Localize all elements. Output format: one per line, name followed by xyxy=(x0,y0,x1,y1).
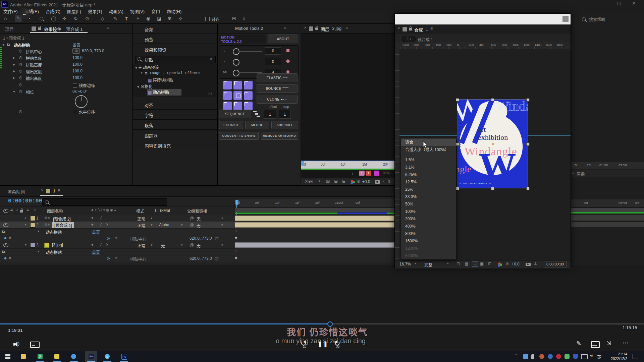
keyframe-nav-next[interactable]: ▶ xyxy=(9,236,12,239)
property-value[interactable]: 620.0, 773.0 xyxy=(190,256,212,261)
thunder-tray-icon[interactable] xyxy=(548,354,553,359)
property-row[interactable]: ◆ ▶ ◷ ≈ 拼贴中心 620.0, 773.0 @ xyxy=(0,255,235,262)
expand-chevron[interactable]: ▸ xyxy=(13,62,15,67)
layer-name-column[interactable]: 图层名称 xyxy=(47,208,63,214)
ease-slider[interactable] xyxy=(233,70,239,76)
menu-help[interactable]: 帮助(H) xyxy=(163,8,185,14)
trkmat-column[interactable]: T TrkMat xyxy=(154,208,170,213)
anchor-cell[interactable] xyxy=(233,102,242,110)
expand-chevron[interactable]: ▸ xyxy=(13,69,15,73)
menu-animation[interactable]: 动画(A) xyxy=(106,8,127,14)
edit-pencil-icon[interactable]: ✎ xyxy=(576,340,581,347)
stopwatch-icon[interactable]: ◷ xyxy=(19,109,22,114)
tray-expand-icon[interactable]: ⌃ xyxy=(515,354,518,358)
zoom-menu-item[interactable]: 6.25% xyxy=(401,171,456,178)
snapshot-camera-icon[interactable] xyxy=(375,180,380,184)
panel-content-aware-fill[interactable]: 内容识别填充 xyxy=(133,140,217,150)
stopwatch-icon[interactable]: ◷ xyxy=(19,49,22,53)
chevron-down-icon[interactable]: ▾ xyxy=(415,262,417,265)
show-snapshot-icon[interactable]: ♟ xyxy=(534,261,537,266)
keyframe-marker[interactable]: ◆ xyxy=(235,236,237,239)
parent-pickwhip-icon[interactable]: @ xyxy=(190,223,194,227)
parent-pickwhip-icon[interactable]: @ xyxy=(190,243,194,247)
wechat-tray-icon[interactable] xyxy=(565,354,570,359)
quality-icon[interactable]: ♣ xyxy=(91,216,94,220)
convert-to-shape-button[interactable]: CONVERT TO SHAPE xyxy=(219,132,259,140)
mode-select[interactable]: 正常 xyxy=(137,223,145,228)
eye-toggle[interactable] xyxy=(3,223,8,227)
best-quality-icon[interactable]: ╱ xyxy=(100,216,102,220)
microphone-tray-icon[interactable] xyxy=(531,354,534,359)
volume-tray-icon[interactable]: ◂) xyxy=(590,353,593,358)
keyframe-marker[interactable]: ◆ xyxy=(235,256,237,259)
effect-name[interactable]: 动态拼贴 xyxy=(46,249,62,255)
render-row[interactable]: ▸ 渲染 xyxy=(571,170,644,177)
time-ruler[interactable]: 0f 05f 10f 15f 20f 01:00f 05f xyxy=(235,199,394,208)
property-value[interactable]: 620.0, 773.0 xyxy=(190,236,212,241)
layer-time-ruler[interactable]: 0f 05f 10f 15f 20f xyxy=(301,161,394,169)
layer-playhead[interactable] xyxy=(301,161,304,166)
effect-reset-link[interactable]: 重置 xyxy=(92,229,100,235)
orbit-tool-icon[interactable]: ◯ xyxy=(51,16,56,21)
anchor-cell[interactable] xyxy=(244,91,253,100)
chevron-down-icon[interactable]: ▾ xyxy=(181,243,183,247)
zoom-menu-item[interactable]: 12.5% xyxy=(401,178,456,186)
close-tab-icon[interactable]: ✕ xyxy=(41,188,44,192)
playlist-panel-icon[interactable] xyxy=(591,341,600,348)
exposure-value[interactable]: +0.0 xyxy=(362,179,370,184)
clone-button[interactable]: CLONE ●●○○ xyxy=(257,95,298,104)
playhead[interactable] xyxy=(235,200,238,205)
chevron-down-icon[interactable]: ▾ xyxy=(221,217,223,220)
effect-name[interactable]: 动态拼贴 xyxy=(14,42,30,48)
collapse-chevron[interactable]: ▾ xyxy=(13,89,15,94)
expand-chevron[interactable]: ▸ xyxy=(25,216,26,220)
property-label[interactable]: 拼贴中心 xyxy=(130,256,146,262)
stopwatch-icon[interactable]: ◷ xyxy=(107,256,110,260)
layer-zoom-select[interactable]: 25% xyxy=(305,179,313,184)
menu-file[interactable]: 文件(F) xyxy=(0,8,21,14)
sequence-button[interactable]: SEQUENCE xyxy=(219,110,251,118)
best-quality-icon[interactable]: ╱ xyxy=(100,243,102,246)
monitor-tray-icon[interactable] xyxy=(581,354,588,359)
tab-effect-controls[interactable]: 效果控件 xyxy=(44,26,61,32)
render-check-icon[interactable]: ▸ xyxy=(573,171,574,175)
proportional-grid-icon[interactable]: ⌗ xyxy=(243,16,246,21)
comp-zoom-select[interactable]: 16.7% xyxy=(399,262,411,266)
chevron-down-icon[interactable]: ▾ xyxy=(221,243,223,247)
comp-window-titlebar[interactable] xyxy=(395,14,571,24)
collapse-chevron[interactable]: ▾ xyxy=(25,223,26,226)
layer-row-3[interactable]: ▾ 3 [3.jpg] ♣ ╱ fx 正常 ▾ 无 ▾ @ 无 ▾ xyxy=(0,242,235,249)
prop-value[interactable]: 100.0 xyxy=(72,62,83,67)
layer-row-1[interactable]: ▸ 1 ▦◉ [预合成 2] ♣ ╱ 正常 ▾ @ 无 ▾ xyxy=(0,215,235,222)
zoom-menu-item[interactable]: 25% xyxy=(401,186,456,193)
panel-menu-icon[interactable]: ≡ xyxy=(430,26,433,31)
effect-row[interactable]: fx ▾ 动态拼贴 重置 xyxy=(0,228,235,235)
point-picker-button[interactable]: ⊕ xyxy=(72,48,80,54)
zoom-menu-item[interactable]: 100% xyxy=(401,208,456,215)
keyframe-nav-next[interactable]: ▶ xyxy=(9,256,12,259)
collapse-chevron[interactable]: ▾ xyxy=(38,249,39,253)
motion-tools-title[interactable]: Motion Tools 2 xyxy=(235,26,263,31)
mode-column[interactable]: 模式 xyxy=(136,208,144,214)
zoom-menu-item[interactable]: 800% xyxy=(401,230,456,237)
zoom-menu-item[interactable]: 50% xyxy=(401,200,456,208)
tree-item-animation-presets[interactable]: ▾ ✳ 动画预设 xyxy=(135,64,159,70)
quark-browser-icon[interactable] xyxy=(71,354,76,359)
subtitle-toggle-icon[interactable] xyxy=(30,342,40,348)
pan-tool-icon[interactable]: ✛ xyxy=(62,16,66,21)
minimize-button[interactable]: — xyxy=(602,1,607,6)
tree-item-stylize[interactable]: ▾ 风格化 xyxy=(137,83,152,89)
walk-pink-chip[interactable]: i xyxy=(359,171,365,176)
shape-tool-icon[interactable]: ◇ xyxy=(101,16,104,21)
chevron-down-icon[interactable]: ▾ xyxy=(221,223,223,227)
panel-tracker[interactable]: 跟踪器 xyxy=(133,130,217,140)
clear-search-icon[interactable]: × xyxy=(210,57,212,61)
netease-music-tray-icon[interactable] xyxy=(556,354,561,359)
label-swatch[interactable] xyxy=(30,216,35,221)
comp-window-button[interactable] xyxy=(562,16,569,22)
stopwatch-icon[interactable]: ◷ xyxy=(107,236,110,240)
text-tool-icon[interactable]: T xyxy=(125,16,128,21)
layer-bar-1[interactable] xyxy=(235,216,394,221)
zoom-menu-item[interactable]: 400% xyxy=(401,223,456,230)
rotate-tool-icon[interactable]: ↻ xyxy=(74,16,78,21)
